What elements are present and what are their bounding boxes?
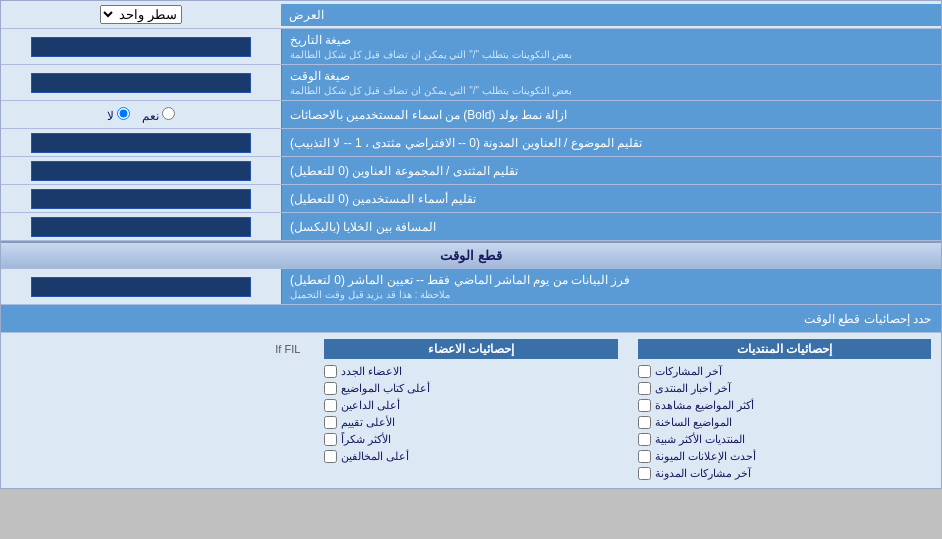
display-select[interactable]: سطر واحد سطرين ثلاثة أسطر bbox=[100, 5, 182, 24]
list-item: أعلى الداعين bbox=[324, 397, 617, 414]
list-item: آخر مشاركات المدونة bbox=[638, 465, 931, 482]
list-item: المواضيع الساخنة bbox=[638, 414, 931, 431]
bold-remove-label: ازالة نمط بولد (Bold) من اسماء المستخدمي… bbox=[281, 101, 941, 128]
cells-spacing-input-container: 2 bbox=[1, 213, 281, 240]
checkbox-latest-announcements[interactable] bbox=[638, 450, 651, 463]
list-item: الأعلى تقييم bbox=[324, 414, 617, 431]
date-format-row: صيغة التاريخ بعض التكوينات يتطلب "/" الت… bbox=[1, 29, 941, 65]
extra-label: If FIL bbox=[11, 339, 304, 359]
usernames-trim-input-container: 0 bbox=[1, 185, 281, 212]
date-format-label: صيغة التاريخ بعض التكوينات يتطلب "/" الت… bbox=[281, 29, 941, 64]
checkbox-top-rated[interactable] bbox=[324, 416, 337, 429]
radio-no-label: لا bbox=[107, 107, 130, 123]
cutoff-header: قطع الوقت bbox=[1, 241, 941, 269]
topics-order-input-container: 33 bbox=[1, 129, 281, 156]
col-members-header: إحصائيات الاعضاء bbox=[324, 339, 617, 359]
usernames-trim-row: تقليم أسماء المستخدمين (0 للتعطيل) 0 bbox=[1, 185, 941, 213]
list-item: أعلى المخالفين bbox=[324, 448, 617, 465]
radio-yes-label: نعم bbox=[142, 107, 175, 123]
topics-order-label: تقليم الموضوع / العناوين المدونة (0 -- ا… bbox=[281, 129, 941, 156]
apply-stats-row: حدد إحصائيات قطع الوقت bbox=[1, 305, 941, 333]
cutoff-value-label: فرز البيانات من يوم الماشر الماضي فقط --… bbox=[281, 269, 941, 304]
forum-order-row: تقليم المثتدى / المجموعة العناوين (0 للت… bbox=[1, 157, 941, 185]
list-item: المنتديات الأكثر شبية bbox=[638, 431, 931, 448]
checkboxes-grid: إحصائيات المنتديات آخر المشاركات آخر أخب… bbox=[11, 339, 931, 482]
list-item: أحدث الإعلانات الميونة bbox=[638, 448, 931, 465]
col-forums: إحصائيات المنتديات آخر المشاركات آخر أخب… bbox=[638, 339, 931, 482]
cutoff-value-input[interactable]: 0 bbox=[31, 277, 251, 297]
usernames-trim-input[interactable]: 0 bbox=[31, 189, 251, 209]
cells-spacing-label: المسافة بين الخلايا (بالبكسل) bbox=[281, 213, 941, 240]
bold-remove-radio-container: نعم لا bbox=[1, 101, 281, 128]
forum-order-input-container: 33 bbox=[1, 157, 281, 184]
checkbox-latest-posts[interactable] bbox=[638, 365, 651, 378]
main-container: العرض سطر واحد سطرين ثلاثة أسطر صيغة الت… bbox=[0, 0, 942, 489]
forum-order-label: تقليم المثتدى / المجموعة العناوين (0 للت… bbox=[281, 157, 941, 184]
forum-order-input[interactable]: 33 bbox=[31, 161, 251, 181]
checkbox-most-similar[interactable] bbox=[638, 433, 651, 446]
list-item: آخر المشاركات bbox=[638, 363, 931, 380]
list-item: أعلى كتاب المواضيع bbox=[324, 380, 617, 397]
date-format-input-container: d-m bbox=[1, 29, 281, 64]
time-format-input-container: H:i bbox=[1, 65, 281, 100]
checkbox-forum-news[interactable] bbox=[638, 382, 651, 395]
radio-yes[interactable] bbox=[162, 107, 175, 120]
topics-order-input[interactable]: 33 bbox=[31, 133, 251, 153]
apply-stats-label: حدد إحصائيات قطع الوقت bbox=[11, 312, 931, 326]
list-item: الأكثر شكراً bbox=[324, 431, 617, 448]
display-select-container: سطر واحد سطرين ثلاثة أسطر bbox=[1, 3, 281, 26]
col-members: إحصائيات الاعضاء الاعضاء الجدد أعلى كتاب… bbox=[324, 339, 617, 482]
time-format-row: صيغة الوقت بعض التكوينات يتطلب "/" التي … bbox=[1, 65, 941, 101]
list-item: أكثر المواضيع مشاهدة bbox=[638, 397, 931, 414]
col-forums-header: إحصائيات المنتديات bbox=[638, 339, 931, 359]
checkbox-hot-topics[interactable] bbox=[638, 416, 651, 429]
cutoff-value-input-container: 0 bbox=[1, 269, 281, 304]
cells-spacing-row: المسافة بين الخلايا (بالبكسل) 2 bbox=[1, 213, 941, 241]
checkbox-top-callers[interactable] bbox=[324, 399, 337, 412]
topics-order-row: تقليم الموضوع / العناوين المدونة (0 -- ا… bbox=[1, 129, 941, 157]
cutoff-value-row: فرز البيانات من يوم الماشر الماضي فقط --… bbox=[1, 269, 941, 305]
bold-remove-row: ازالة نمط بولد (Bold) من اسماء المستخدمي… bbox=[1, 101, 941, 129]
checkbox-most-thanked[interactable] bbox=[324, 433, 337, 446]
col-extra: If FIL bbox=[11, 339, 304, 482]
checkbox-top-violators[interactable] bbox=[324, 450, 337, 463]
checkboxes-area: إحصائيات المنتديات آخر المشاركات آخر أخب… bbox=[1, 333, 941, 488]
radio-no[interactable] bbox=[117, 107, 130, 120]
list-item: آخر أخبار المنتدى bbox=[638, 380, 931, 397]
usernames-trim-label: تقليم أسماء المستخدمين (0 للتعطيل) bbox=[281, 185, 941, 212]
checkbox-most-viewed[interactable] bbox=[638, 399, 651, 412]
checkbox-new-members[interactable] bbox=[324, 365, 337, 378]
cells-spacing-input[interactable]: 2 bbox=[31, 217, 251, 237]
time-format-label: صيغة الوقت بعض التكوينات يتطلب "/" التي … bbox=[281, 65, 941, 100]
date-format-input[interactable]: d-m bbox=[31, 37, 251, 57]
list-item: الاعضاء الجدد bbox=[324, 363, 617, 380]
checkbox-top-topic-writers[interactable] bbox=[324, 382, 337, 395]
display-label: العرض bbox=[281, 4, 941, 26]
time-format-input[interactable]: H:i bbox=[31, 73, 251, 93]
checkbox-blog-posts[interactable] bbox=[638, 467, 651, 480]
display-row: العرض سطر واحد سطرين ثلاثة أسطر bbox=[1, 1, 941, 29]
